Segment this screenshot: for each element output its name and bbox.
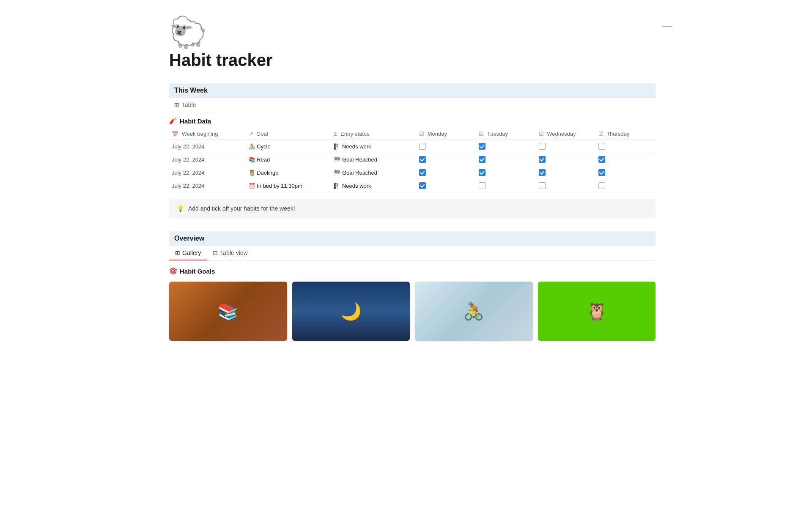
checkbox-cell-tuesday[interactable] [476,166,536,179]
col-header-goal: ↗ Goal [246,128,332,140]
card-image-lamp: 🌙 [292,282,410,341]
minimize-button[interactable]: — [662,20,672,30]
tip-callout: 💡 Add and tick off your habits for the w… [169,199,656,218]
checkbox-cell-wednesday[interactable] [536,179,596,192]
date-cell: July 22, 2024 [169,140,246,153]
date-cell: July 22, 2024 [169,166,246,179]
checkbox-cell-monday[interactable] [417,166,476,179]
checkbox-monday-1[interactable] [419,156,426,163]
checkbox-cell-thursday[interactable] [596,166,656,179]
habit-goals-icon: 🎯 [169,267,177,275]
checkbox-cell-wednesday[interactable] [536,153,596,166]
tab-table-view[interactable]: ⊟ Table view [207,246,253,260]
overview-tabs: ⊞ Gallery ⊟ Table view [169,246,656,260]
overview-section: Overview ⊞ Gallery ⊟ Table view 🎯 Habit … [169,231,656,341]
checkbox-tuesday-3[interactable] [479,182,486,189]
checkbox-thursday-0[interactable] [598,143,605,150]
checkbox-cell-wednesday[interactable] [536,140,596,153]
gallery-card-lamp[interactable]: 🌙 [292,282,410,341]
page-icon: 🐑 [169,17,656,47]
checkbox-wednesday-3[interactable] [539,182,546,189]
tip-icon: 💡 [177,205,184,212]
gallery-card-read[interactable]: 📚 [169,282,287,341]
card-image-duolingo: 🦉 [538,282,656,341]
gallery-card-cycle[interactable]: 🚴 [415,282,533,341]
status-cell: 🏁 Goal Reached [331,166,417,179]
checkbox-cell-tuesday[interactable] [476,153,536,166]
checkbox-cell-monday[interactable] [417,179,476,192]
goal-cell: 📚 Read [246,153,332,166]
checkbox-thursday-1[interactable] [598,156,605,163]
col-header-status: Σ Entry status [331,128,417,140]
calendar-icon: 📅 [172,131,178,137]
table-row: July 22, 2024 🚴 Cycle 🧗 Needs work [169,140,656,153]
checkbox-cell-thursday[interactable] [596,179,656,192]
gallery-tab-label: Gallery [182,249,201,256]
checkbox-cell-tuesday[interactable] [476,140,536,153]
this-week-header: This Week [169,83,656,98]
table-view-toggle[interactable]: ⊞ Table [169,98,656,112]
date-cell: July 22, 2024 [169,179,246,192]
goal-cell: ⏰ In bed by 11:30pm [246,179,332,192]
table-row: July 22, 2024 🦉 Duolingo 🏁 Goal Reached [169,166,656,179]
status-cell: 🏁 Goal Reached [331,153,417,166]
sigma-icon: Σ [334,131,337,137]
goal-cell: 🦉 Duolingo [246,166,332,179]
habit-table: 📅 Week begining ↗ Goal Σ Entry status ☑ … [169,128,656,192]
table-view-label: Table [182,101,196,108]
gallery-card-duolingo[interactable]: 🦉 [538,282,656,341]
goal-cell: 🚴 Cycle [246,140,332,153]
table-icon: ⊞ [174,101,179,108]
checkbox-thursday-3[interactable] [598,182,605,189]
checkbox-cell-wednesday[interactable] [536,166,596,179]
checkbox-cell-monday[interactable] [417,140,476,153]
checkbox-monday-2[interactable] [419,169,426,176]
col-header-wednesday: ☑ Wednesday [536,128,596,140]
overview-header: Overview [169,231,656,246]
checkbox-wednesday-2[interactable] [539,169,546,176]
checkbox-wednesday-0[interactable] [539,143,546,150]
habit-data-header: 🧨 Habit Data [169,112,656,128]
habit-data-title: Habit Data [180,118,211,125]
checkbox-monday-0[interactable] [419,143,426,150]
table-view-tab-icon: ⊟ [213,249,218,256]
checkbox-tuesday-0[interactable] [479,143,486,150]
col-header-monday: ☑ Monday [417,128,476,140]
card-image-books: 📚 [169,282,287,341]
check-icon-tue: ☑ [479,131,484,137]
col-header-tuesday: ☑ Tuesday [476,128,536,140]
gallery-tab-icon: ⊞ [175,249,180,256]
habit-goals-header: 🎯 Habit Goals [169,266,656,277]
check-icon-wed: ☑ [539,131,544,137]
habit-goals-title: Habit Goals [180,268,215,275]
checkbox-tuesday-1[interactable] [479,156,486,163]
check-icon-thu: ☑ [598,131,604,137]
table-row: July 22, 2024 ⏰ In bed by 11:30pm 🧗 Need… [169,179,656,192]
checkbox-cell-monday[interactable] [417,153,476,166]
page-title: Habit tracker [169,51,656,70]
tip-text: Add and tick off your habits for the wee… [188,205,295,212]
checkbox-cell-thursday[interactable] [596,140,656,153]
arrow-icon: ↗ [249,131,253,137]
date-cell: July 22, 2024 [169,153,246,166]
status-cell: 🧗 Needs work [331,140,417,153]
status-cell: 🧗 Needs work [331,179,417,192]
checkbox-cell-thursday[interactable] [596,153,656,166]
card-image-bike: 🚴 [415,282,533,341]
table-view-tab-label: Table view [220,249,247,256]
checkbox-thursday-2[interactable] [598,169,605,176]
check-icon-mon: ☑ [419,131,424,137]
tab-gallery[interactable]: ⊞ Gallery [169,246,207,260]
checkbox-tuesday-2[interactable] [479,169,486,176]
page-container: — 🐑 Habit tracker This Week ⊞ Table 🧨 Ha… [131,0,681,358]
table-row: July 22, 2024 📚 Read 🏁 Goal Reached [169,153,656,166]
col-header-thursday: ☑ Thursday [596,128,656,140]
checkbox-monday-3[interactable] [419,182,426,189]
habit-data-icon: 🧨 [169,117,177,125]
col-header-week: 📅 Week begining [169,128,246,140]
checkbox-wednesday-1[interactable] [539,156,546,163]
gallery-grid: 📚 🌙 🚴 🦉 [169,282,656,341]
checkbox-cell-tuesday[interactable] [476,179,536,192]
